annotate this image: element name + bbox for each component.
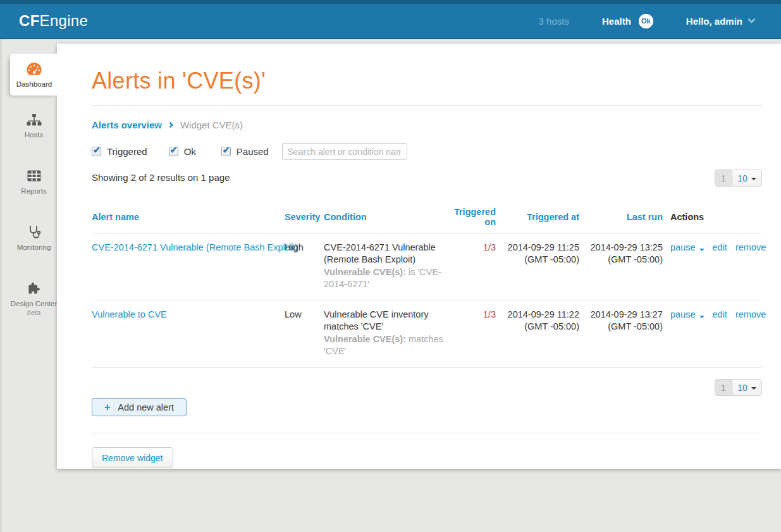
sidebar-item-label: Hosts [25, 131, 43, 139]
header-condition[interactable]: Condition [324, 203, 444, 233]
remove-widget-button[interactable]: Remove widget [92, 447, 173, 468]
triggered-checkbox[interactable] [92, 147, 101, 156]
page: CFEngine 3 hosts Health Ok Hello, admin … [0, 0, 781, 532]
header-triggered-at[interactable]: Triggered at [496, 203, 579, 233]
alerts-table: Alert name Severity Condition Triggered … [92, 203, 762, 368]
plus-icon [104, 402, 110, 413]
header-alert-name[interactable]: Alert name [92, 203, 285, 233]
caret-down-icon [699, 249, 704, 251]
puzzle-piece-icon [27, 281, 41, 295]
caret-down-icon [751, 387, 756, 390]
title-divider [92, 105, 762, 106]
user-greeting: Hello, admin [686, 16, 742, 27]
triggered-at-cell: 2014-09-29 11:22 (GMT -05:00) [496, 300, 579, 368]
condition-cell: CVE-2014-6271 Vulnerable (Remote Bash Ex… [324, 233, 444, 300]
page-size-value: 10 [737, 383, 747, 393]
last-run-cell: 2014-09-29 13:27 (GMT -05:00) [579, 300, 663, 368]
filter-triggered: Triggered [92, 146, 147, 157]
condition-cell: Vulnerable CVE inventory matches 'CVE' V… [324, 300, 444, 368]
page-size-dropdown[interactable]: 10 [732, 170, 761, 186]
top-navbar: CFEngine 3 hosts Health Ok Hello, admin [0, 0, 781, 39]
health-label: Health [602, 16, 631, 27]
search-input[interactable] [282, 143, 407, 160]
edit-link[interactable]: edit [713, 309, 727, 319]
sidebar-item-reports[interactable]: Reports [10, 158, 58, 208]
severity-cell: Low [285, 300, 324, 368]
stethoscope-icon [27, 225, 41, 239]
actions-cell: pauseeditremove [663, 233, 762, 300]
paused-checkbox[interactable] [221, 147, 231, 156]
header-triggered-on[interactable]: Triggered on [444, 203, 496, 233]
health-indicator: Health Ok [602, 14, 653, 28]
add-new-alert-button[interactable]: Add new alert [92, 398, 187, 416]
results-summary: Showing 2 of 2 results on 1 page [92, 170, 230, 183]
hosts-count-link[interactable]: 3 hosts [539, 16, 569, 27]
chevron-right-icon [167, 122, 173, 128]
filter-row: Triggered Ok Paused [92, 143, 762, 160]
sidebar-item-design-center[interactable]: Design Center beta [10, 270, 58, 321]
gauge-icon [26, 62, 42, 76]
pagination-top: 1 10 [715, 170, 762, 187]
breadcrumb-alerts-overview-link[interactable]: Alerts overview [92, 120, 162, 130]
user-menu[interactable]: Hello, admin [686, 16, 754, 27]
ok-label: Ok [184, 146, 196, 157]
page-size-value: 10 [737, 173, 747, 183]
edit-link[interactable]: edit [713, 242, 727, 252]
header-severity[interactable]: Severity [285, 203, 324, 233]
breadcrumb: Alerts overview Widget CVE(s) [92, 120, 762, 130]
triggered-on-cell: 1/3 [444, 300, 496, 368]
health-status-badge[interactable]: Ok [639, 14, 653, 28]
condition-attribute: Vulnerable CVE(s): [324, 267, 406, 277]
remove-link[interactable]: remove [735, 309, 766, 319]
triggered-label: Triggered [107, 146, 147, 157]
logo-engine: Engine [40, 12, 89, 29]
paused-label: Paused [237, 146, 269, 157]
alert-name-link[interactable]: Vulnerable to CVE [92, 309, 167, 319]
pagination-bottom: 1 10 [715, 379, 762, 396]
breadcrumb-current: Widget CVE(s) [180, 120, 243, 130]
caret-down-icon [751, 178, 756, 180]
table-row: Vulnerable to CVE Low Vulnerable CVE inv… [92, 300, 762, 368]
sidebar-item-label: Monitoring [17, 244, 51, 251]
severity-cell: High [285, 233, 324, 300]
sitemap-icon [27, 113, 42, 127]
page-size-dropdown[interactable]: 10 [732, 380, 761, 395]
page-title: Alerts in 'CVE(s)' [92, 68, 762, 94]
window-edge [0, 39, 2, 532]
logo-cf: CF [19, 12, 40, 29]
filter-paused: Paused [221, 146, 269, 157]
content-panel: Alerts in 'CVE(s)' Alerts overview Widge… [57, 44, 781, 469]
condition-attribute: Vulnerable CVE(s): [324, 334, 406, 344]
page-number-button[interactable]: 1 [715, 170, 732, 186]
pause-dropdown[interactable]: pause [670, 309, 704, 319]
page-number-button[interactable]: 1 [715, 380, 732, 395]
header-last-run[interactable]: Last run [579, 203, 663, 233]
triggered-on-cell: 1/3 [444, 233, 496, 300]
table-grid-icon [27, 169, 41, 183]
actions-cell: pauseeditremove [663, 300, 762, 368]
chevron-down-icon [747, 15, 756, 23]
table-row: CVE-2014-6271 Vulnerable (Remote Bash Ex… [92, 233, 762, 300]
sidebar-item-dashboard[interactable]: Dashboard [10, 54, 58, 96]
cfengine-logo[interactable]: CFEngine [19, 12, 88, 30]
header-actions: Actions [663, 203, 762, 233]
sidebar-item-label: Reports [21, 187, 46, 195]
ok-checkbox[interactable] [169, 147, 178, 156]
bottom-divider [92, 433, 762, 433]
beta-badge: beta [27, 309, 40, 316]
pause-dropdown[interactable]: pause [670, 242, 704, 252]
condition-text: CVE-2014-6271 Vulnerable (Remote Bash Ex… [324, 242, 444, 265]
sidebar: Dashboard Hosts [10, 54, 58, 321]
sidebar-item-label: Dashboard [16, 80, 52, 88]
alert-name-link[interactable]: CVE-2014-6271 Vulnerable (Remote Bash Ex… [92, 242, 298, 252]
remove-link[interactable]: remove [735, 242, 766, 252]
last-run-cell: 2014-09-29 13:25 (GMT -05:00) [579, 233, 663, 300]
table-header-row: Alert name Severity Condition Triggered … [92, 203, 762, 233]
filter-ok: Ok [169, 146, 196, 157]
condition-text: Vulnerable CVE inventory matches 'CVE' [324, 309, 444, 332]
caret-down-icon [699, 316, 704, 318]
add-new-alert-label: Add new alert [118, 402, 174, 412]
triggered-at-cell: 2014-09-29 11:25 (GMT -05:00) [496, 233, 579, 300]
sidebar-item-monitoring[interactable]: Monitoring [10, 214, 58, 264]
sidebar-item-hosts[interactable]: Hosts [10, 101, 58, 152]
